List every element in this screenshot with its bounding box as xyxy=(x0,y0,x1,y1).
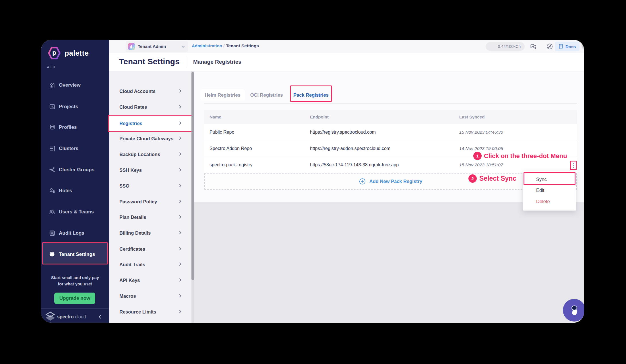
chevron-right-icon xyxy=(178,278,181,281)
topbar: Tenant Admin Administration / Tenant Set… xyxy=(109,40,584,53)
annotation-step1-badge: 1 xyxy=(473,152,482,160)
chevron-right-icon xyxy=(178,200,181,203)
settings-item-resource-limits[interactable]: Resource Limits xyxy=(109,306,194,318)
chat-icon[interactable] xyxy=(530,43,537,50)
profiles-layers-icon xyxy=(49,124,55,131)
overview-chart-icon xyxy=(49,82,55,88)
add-new-pack-registry-button[interactable]: Add New Pack Registry xyxy=(204,173,577,190)
table-header: Name Endpoint Last Synced xyxy=(204,110,577,124)
settings-item-plan-details[interactable]: Plan Details xyxy=(109,211,194,223)
palette-logo-icon: p xyxy=(48,46,61,60)
settings-item-billing-details[interactable]: Billing Details xyxy=(109,227,194,239)
users-teams-icon xyxy=(49,209,55,215)
chevron-right-icon xyxy=(178,310,181,313)
clusters-icon xyxy=(49,145,55,152)
settings-item-certificates[interactable]: Certificates xyxy=(109,243,194,255)
chevron-right-icon xyxy=(178,215,181,218)
annotation-step1-text: Click on the three-dot Menu xyxy=(484,152,567,160)
chevron-right-icon xyxy=(178,137,181,140)
chevron-right-icon xyxy=(178,247,181,250)
breadcrumb: Administration / Tenant Settings xyxy=(192,43,259,48)
docs-button[interactable]: Docs xyxy=(555,42,580,51)
sidebar-item-tenant-settings[interactable]: Tenant Settings xyxy=(41,248,109,261)
content-background xyxy=(194,202,584,323)
chevron-right-icon xyxy=(178,231,181,234)
sidebar-item-overview[interactable]: Overview xyxy=(41,79,109,92)
sync-highlight-annotation xyxy=(524,172,575,185)
upgrade-now-button[interactable]: Upgrade now xyxy=(54,293,95,304)
page-title: Tenant Settings xyxy=(119,57,180,66)
settings-item-macros[interactable]: Macros xyxy=(109,290,194,302)
chevron-right-icon xyxy=(178,168,181,171)
spectro-cloud-logo-icon xyxy=(44,311,56,322)
sidebar-item-cluster-groups[interactable]: Cluster Groups xyxy=(41,163,109,176)
plus-circle-icon xyxy=(359,178,366,185)
sidebar: p palette 4.1.9 Overview Projects xyxy=(41,40,109,323)
spectro-cloud-brand: spectro cloud xyxy=(57,314,86,320)
tabs-divider xyxy=(204,103,577,104)
breadcrumb-separator: / xyxy=(223,43,224,48)
settings-item-audit-trails[interactable]: Audit Trails xyxy=(109,259,194,270)
column-name: Name xyxy=(210,110,221,124)
page-subtitle: Manage Registries xyxy=(193,59,241,65)
tab-oci-registries[interactable]: OCI Registries xyxy=(247,89,286,101)
title-divider xyxy=(186,57,186,68)
promo-text-line2: for what you use! xyxy=(41,282,109,286)
projects-icon xyxy=(49,104,55,110)
settings-item-ssh-keys[interactable]: SSH Keys xyxy=(109,164,194,176)
page-header: Tenant Settings Manage Registries xyxy=(109,53,584,71)
sidebar-item-audit-logs[interactable]: Audit Logs xyxy=(41,227,109,240)
sidebar-item-projects[interactable]: Projects xyxy=(41,100,109,113)
chevron-right-icon xyxy=(178,262,181,266)
tenant-admin-icon xyxy=(128,43,135,50)
breadcrumb-administration[interactable]: Administration xyxy=(192,43,222,48)
usage-quota-badge: 0.44/100kCh xyxy=(486,42,525,51)
sidebar-item-clusters[interactable]: Clusters xyxy=(41,142,109,155)
chevron-right-icon xyxy=(178,121,181,124)
column-last-synced: Last Synced xyxy=(459,110,484,124)
annotation-step2-text: Select Sync xyxy=(479,175,516,182)
settings-item-api-keys[interactable]: API Keys xyxy=(109,275,194,286)
settings-item-sso[interactable]: SSO xyxy=(109,180,194,192)
audit-logs-icon xyxy=(49,230,55,236)
scope-label: Tenant Admin xyxy=(138,44,166,49)
sidebar-item-users-teams[interactable]: Users & Teams xyxy=(41,206,109,218)
screenshot-canvas: p palette 4.1.9 Overview Projects xyxy=(0,0,626,364)
three-dot-menu-button[interactable] xyxy=(570,161,577,170)
table-row-public-repo[interactable]: Public Repo https://registry.spectroclou… xyxy=(204,124,577,140)
context-menu-edit[interactable]: Edit xyxy=(523,185,576,196)
breadcrumb-current-page: Tenant Settings xyxy=(226,43,259,48)
scope-selector[interactable]: Tenant Admin xyxy=(126,41,188,52)
tab-helm-registries[interactable]: Helm Registries xyxy=(200,89,245,101)
settings-item-cloud-rates[interactable]: Cloud Rates xyxy=(109,101,194,113)
gear-icon xyxy=(49,251,55,258)
settings-item-password-policy[interactable]: Password Policy xyxy=(109,196,194,207)
pack-registries-highlight-annotation xyxy=(290,85,332,102)
chevron-down-icon xyxy=(181,44,185,48)
sidebar-collapse-button[interactable] xyxy=(98,314,104,320)
chevron-right-icon xyxy=(178,152,181,155)
chevron-right-icon xyxy=(178,294,181,297)
compass-icon[interactable] xyxy=(546,43,553,50)
settings-item-cloud-accounts[interactable]: Cloud Accounts xyxy=(109,85,194,97)
column-endpoint: Endpoint xyxy=(310,110,329,124)
sidebar-item-roles[interactable]: Roles xyxy=(41,184,109,197)
cluster-groups-network-icon xyxy=(49,167,55,173)
tenant-settings-menu: Cloud Accounts Cloud Rates Registries Pr… xyxy=(109,71,194,323)
context-menu-delete[interactable]: Delete xyxy=(523,196,576,207)
roles-person-lock-icon xyxy=(49,188,55,194)
app-window: p palette 4.1.9 Overview Projects xyxy=(41,40,584,323)
settings-item-registries[interactable]: Registries xyxy=(109,118,194,129)
settings-item-private-cloud-gateways[interactable]: Private Cloud Gateways xyxy=(109,133,194,144)
app-name: palette xyxy=(65,49,89,57)
settings-scrollbar-thumb[interactable] xyxy=(191,72,194,280)
sidebar-item-profiles[interactable]: Profiles xyxy=(41,121,109,134)
annotation-step2-badge: 2 xyxy=(468,174,477,183)
app-version: 4.1.9 xyxy=(47,65,55,69)
sidebar-footer-divider xyxy=(41,308,109,309)
user-name-blurred[interactable] xyxy=(583,44,584,49)
chevron-left-icon xyxy=(99,315,102,319)
chevron-right-icon xyxy=(178,184,181,187)
assistant-fab-button[interactable] xyxy=(563,299,584,322)
settings-item-backup-locations[interactable]: Backup Locations xyxy=(109,149,194,160)
